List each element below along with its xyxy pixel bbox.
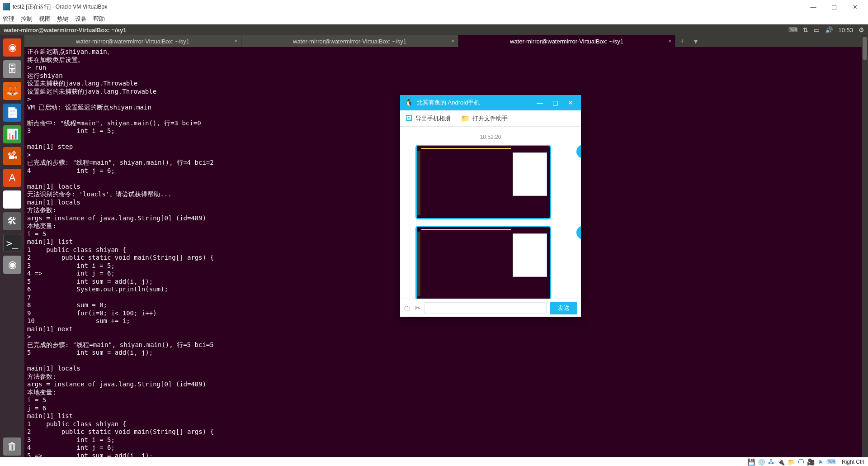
host-menu-devices[interactable]: 设备 [75,15,87,23]
host-window-title: test2 [正在运行] - Oracle VM VirtualBox [13,3,107,11]
battery-icon[interactable]: ▭ [814,26,820,33]
terminal-tab-1[interactable]: water-mirror@watermirror-VirtualBox: ~/s… [24,35,241,47]
launcher-trash[interactable]: 🗑 [1,436,23,457]
keyboard-indicator-icon[interactable]: ⌨ [788,26,797,33]
status-shared-folder-icon[interactable]: 📁 [788,458,795,466]
tab-close-icon[interactable]: × [668,38,671,44]
qq-message-2[interactable]: 🖥 [406,226,575,299]
presentation-icon: 📽 [3,147,21,165]
host-hotkey-label: Right Ctrl [842,459,864,465]
launcher-firefox[interactable]: 🦊 [1,81,23,101]
ubuntu-logo-icon: ◉ [3,38,21,57]
qq-maximize-button[interactable]: ▢ [549,99,561,106]
launcher-settings[interactable]: 🛠 [1,211,23,232]
scrollbar-thumb[interactable] [863,37,867,60]
terminal-icon: >_ [3,234,21,252]
tab-label: water-mirror@watermirror-VirtualBox: ~/s… [293,38,406,45]
qq-chat-area[interactable]: 10:52:20 🖥 🖥 [400,127,581,299]
qq-toolbar-open-label[interactable]: 打开文件助手 [472,114,508,123]
screenshot-thumbnail[interactable] [415,145,551,219]
status-video-icon[interactable]: 🎥 [807,458,815,466]
status-mouse-icon[interactable]: 🖱 [817,458,824,466]
spreadsheet-icon: 📊 [3,125,21,143]
launcher-amazon[interactable]: a [1,189,23,210]
launcher-writer[interactable]: 📄 [1,102,23,123]
host-status-bar: 💾 💿 🖧 🔌 📁 🖵 🎥 🖱 ⌨ Right Ctrl [0,457,868,466]
terminal-tab-3[interactable]: water-mirror@watermirror-VirtualBox: ~/s… [458,35,675,47]
tab-close-icon[interactable]: × [451,38,454,44]
tab-label: water-mirror@watermirror-VirtualBox: ~/s… [76,38,189,45]
qq-timestamp: 10:52:20 [406,134,575,140]
network-icon[interactable]: ⇅ [803,26,808,33]
terminal-tab-2[interactable]: water-mirror@watermirror-VirtualBox: ~/s… [241,35,458,47]
status-display-icon[interactable]: 🖵 [798,458,804,466]
sound-icon[interactable]: 🔊 [825,26,833,33]
folder-icon[interactable]: 📁 [461,114,470,123]
host-menu-view[interactable]: 视图 [39,15,51,23]
launcher-files[interactable]: 🗄 [1,59,23,80]
launcher-calc[interactable]: 📊 [1,124,23,145]
launcher-terminal[interactable]: >_ [1,233,23,253]
status-keyboard-icon[interactable]: ⌨ [826,458,835,466]
amazon-icon: a [3,190,21,209]
firefox-icon: 🦊 [3,82,21,100]
launcher-dash[interactable]: ◉ [1,37,23,58]
disc-icon: ◉ [3,256,21,274]
qq-window-title: 北冥有鱼的 Android手机 [417,99,480,107]
scissors-icon[interactable]: ✂ [415,304,420,312]
qq-message-1[interactable]: 🖥 [406,145,575,219]
launcher-disc[interactable]: ◉ [1,254,23,275]
host-minimize-button[interactable]: — [803,0,824,14]
qq-minimize-button[interactable]: — [534,99,546,106]
qq-titlebar[interactable]: 🐧 北冥有鱼的 Android手机 — ▢ ✕ [400,95,581,110]
qq-input-bar: 🗀 ✂ 发送 [400,299,581,317]
status-hdd-icon[interactable]: 💾 [747,458,755,466]
host-maximize-button[interactable]: ▢ [824,0,844,14]
export-album-icon[interactable]: 🖼 [406,114,413,123]
document-icon: 📄 [3,104,21,122]
qq-chat-window: 🐧 北冥有鱼的 Android手机 — ▢ ✕ 🖼 导出手机相册 📁 打开文件助… [400,95,581,317]
tab-menu-button[interactable]: ▾ [689,35,703,47]
host-menu-control[interactable]: 控制 [21,15,33,23]
unity-launcher: ◉ 🗄 🦊 📄 📊 📽 A a 🛠 >_ ◉ 🗑 [0,35,24,457]
host-menubar: 管理 控制 视图 热键 设备 帮助 [0,14,868,24]
guest-clock[interactable]: 10:53 [838,27,853,33]
qq-close-button[interactable]: ✕ [565,99,576,106]
guest-top-panel: water-mirror@watermirror-VirtualBox: ~/s… [0,24,868,35]
host-close-button[interactable]: ✕ [844,0,865,14]
new-tab-button[interactable]: + [675,35,689,47]
screenshot-thumbnail[interactable] [415,226,551,299]
guest-active-window-title: water-mirror@watermirror-VirtualBox: ~/s… [4,27,126,33]
guest-scrollbar[interactable] [862,35,868,457]
settings-icon: 🛠 [3,212,21,230]
tab-label: water-mirror@watermirror-VirtualBox: ~/s… [510,38,623,45]
host-menu-help[interactable]: 帮助 [93,15,105,23]
files-icon: 🗄 [3,60,21,78]
qq-avatar-icon[interactable]: 🖥 [576,145,581,158]
host-menu-manage[interactable]: 管理 [3,15,14,23]
qq-toolbar: 🖼 导出手机相册 📁 打开文件助手 [400,110,581,127]
host-menu-hotkey[interactable]: 热键 [57,15,69,23]
status-network-icon[interactable]: 🖧 [768,458,774,466]
qq-message-input[interactable] [424,302,547,314]
attach-file-icon[interactable]: 🗀 [404,304,411,312]
qq-send-button[interactable]: 发送 [550,302,577,314]
qq-penguin-icon: 🐧 [405,99,413,107]
qq-avatar-icon[interactable]: 🖥 [576,226,581,239]
gear-icon[interactable]: ⚙ [859,26,864,33]
status-disc-icon[interactable]: 💿 [758,458,765,466]
virtualbox-icon [3,3,10,10]
launcher-software[interactable]: A [1,167,23,188]
qq-toolbar-export-label[interactable]: 导出手机相册 [415,114,451,123]
trash-icon: 🗑 [3,437,21,456]
status-usb-icon[interactable]: 🔌 [777,458,785,466]
send-label: 发送 [558,304,570,312]
software-center-icon: A [3,169,21,187]
tab-close-icon[interactable]: × [234,38,237,44]
launcher-impress[interactable]: 📽 [1,146,23,166]
terminal-tabbar: water-mirror@watermirror-VirtualBox: ~/s… [24,35,868,47]
host-window-titlebar: test2 [正在运行] - Oracle VM VirtualBox — ▢ … [0,0,868,14]
